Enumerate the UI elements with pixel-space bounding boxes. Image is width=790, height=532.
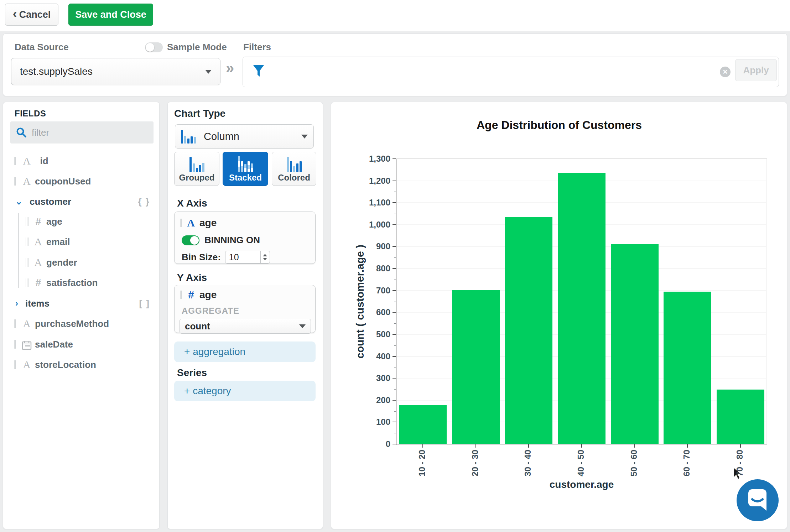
x-tick-mark [475, 444, 476, 448]
data-source-value: test.supplySales [20, 66, 93, 77]
y-tick-label: 600 [355, 307, 390, 318]
y-axis-line [396, 159, 396, 445]
step-up-icon[interactable] [263, 254, 267, 256]
toggle-knob [146, 43, 154, 52]
apply-button[interactable]: Apply [735, 59, 777, 81]
variant-grouped-button[interactable]: Grouped [174, 152, 219, 186]
y-tick-label: 500 [355, 329, 390, 340]
chat-launcher-button[interactable] [737, 479, 779, 521]
x-tick-mark [422, 444, 423, 448]
cancel-button-label: Cancel [19, 9, 51, 20]
toggle-knob [190, 236, 199, 245]
field-row-id[interactable]: A _id [3, 154, 160, 168]
back-chevron-icon: ‹ [13, 6, 17, 21]
x-axis-field-card[interactable]: A age BINNING ON Bin Size: 10 [174, 212, 316, 264]
field-label: purchaseMethod [35, 318, 109, 329]
step-down-icon[interactable] [263, 258, 267, 260]
field-label: customer [30, 196, 71, 207]
drag-handle-icon [26, 278, 28, 287]
x-tick-mark [740, 444, 741, 448]
field-row-items[interactable]: › items [ ] [3, 297, 160, 310]
add-category-label: + category [184, 385, 231, 397]
clear-filter-icon[interactable]: ✕ [720, 67, 731, 77]
sample-mode-label: Sample Mode [167, 42, 227, 53]
save-button-label: Save and Close [75, 9, 146, 20]
y-tick-mark [393, 268, 396, 269]
funnel-icon [253, 64, 265, 79]
field-label: couponUsed [35, 176, 91, 187]
add-aggregation-button[interactable]: + aggregation [174, 341, 316, 362]
binning-label: BINNING ON [204, 235, 260, 246]
stacked-bars-icon [238, 156, 253, 172]
x-axis-title: customer.age [396, 479, 767, 490]
y-tick-mark [393, 202, 396, 203]
x-tick-mark [687, 444, 688, 448]
y-tick-label: 400 [355, 351, 390, 362]
variant-stacked-button[interactable]: Stacked [223, 152, 268, 186]
add-category-button[interactable]: + category [174, 381, 316, 401]
drag-handle-icon [14, 157, 17, 165]
drag-handle-icon [26, 217, 28, 226]
y-tick-mark [393, 246, 396, 247]
string-type-icon: A [32, 236, 44, 248]
variant-label: Colored [278, 173, 310, 183]
field-label: saleDate [35, 339, 73, 350]
y-tick-mark [393, 444, 396, 444]
collapse-chevrons-icon[interactable]: » [226, 59, 234, 77]
field-row-storelocation[interactable]: A storeLocation [3, 358, 160, 371]
field-row-purchasemethod[interactable]: A purchaseMethod [3, 317, 160, 330]
apply-button-label: Apply [743, 65, 769, 76]
data-source-select[interactable]: test.supplySales [11, 58, 220, 85]
y-tick-label: 900 [355, 241, 390, 252]
number-type-icon: # [32, 216, 44, 227]
drag-handle-icon [179, 219, 182, 227]
y-tick-label: 1,200 [355, 176, 390, 186]
y-tick-mark [393, 334, 396, 335]
save-and-close-button[interactable]: Save and Close [68, 4, 153, 26]
bar-60-70 [664, 292, 711, 444]
chevron-down-icon [299, 324, 306, 328]
y-axis-label: Y Axis [177, 272, 207, 283]
y-tick-label: 700 [355, 285, 390, 296]
binning-toggle[interactable] [182, 235, 199, 245]
field-row-customer-satisfaction[interactable]: # satisfaction [3, 276, 160, 290]
x-tick-label: 20 - 30 [470, 450, 480, 476]
x-tick-label: 40 - 50 [576, 450, 586, 476]
aggregate-value: count [185, 321, 210, 332]
field-row-customer-email[interactable]: A email [3, 235, 160, 249]
chart-type-select[interactable]: Column [175, 124, 314, 148]
aggregate-select[interactable]: count [180, 319, 311, 334]
field-row-customer[interactable]: ⌄ customer { } [3, 195, 160, 208]
drag-handle-icon [14, 340, 17, 349]
x-axis-label: X Axis [177, 198, 207, 209]
bar-10-20 [399, 405, 447, 444]
string-type-icon: A [32, 256, 44, 268]
field-row-saledate[interactable]: saleDate [3, 338, 160, 351]
field-filter-input[interactable]: filter [10, 121, 154, 144]
field-label: gender [46, 257, 77, 268]
sample-mode-toggle[interactable] [145, 42, 163, 52]
x-tick-label: 60 - 70 [682, 450, 692, 476]
stepper-arrows[interactable] [260, 251, 270, 263]
number-type-icon: # [32, 277, 44, 288]
chevron-down-icon[interactable]: ⌄ [15, 197, 22, 207]
field-filter-placeholder: filter [32, 127, 49, 138]
bin-size-stepper[interactable]: 10 [225, 251, 270, 264]
field-row-customer-gender[interactable]: A gender [3, 256, 160, 269]
x-tick-label: 50 - 60 [629, 450, 639, 476]
field-label: _id [35, 156, 48, 167]
y-tick-mark [393, 378, 396, 379]
drag-handle-icon [179, 291, 182, 299]
y-axis-field-card[interactable]: # age AGGREGATE count [174, 285, 316, 333]
y-minor-tick-mark [394, 323, 396, 324]
y-minor-tick-mark [394, 345, 396, 346]
cancel-button[interactable]: ‹ Cancel [5, 4, 58, 26]
y-tick-label: 0 [355, 439, 390, 449]
variant-colored-button[interactable]: Colored [272, 152, 316, 186]
filter-input[interactable] [243, 57, 779, 87]
colored-bars-icon [287, 156, 302, 172]
field-row-couponused[interactable]: A couponUsed [3, 174, 160, 188]
field-row-customer-age[interactable]: # age [3, 215, 160, 228]
chevron-right-icon[interactable]: › [15, 298, 18, 308]
y-tick-mark [393, 224, 396, 225]
